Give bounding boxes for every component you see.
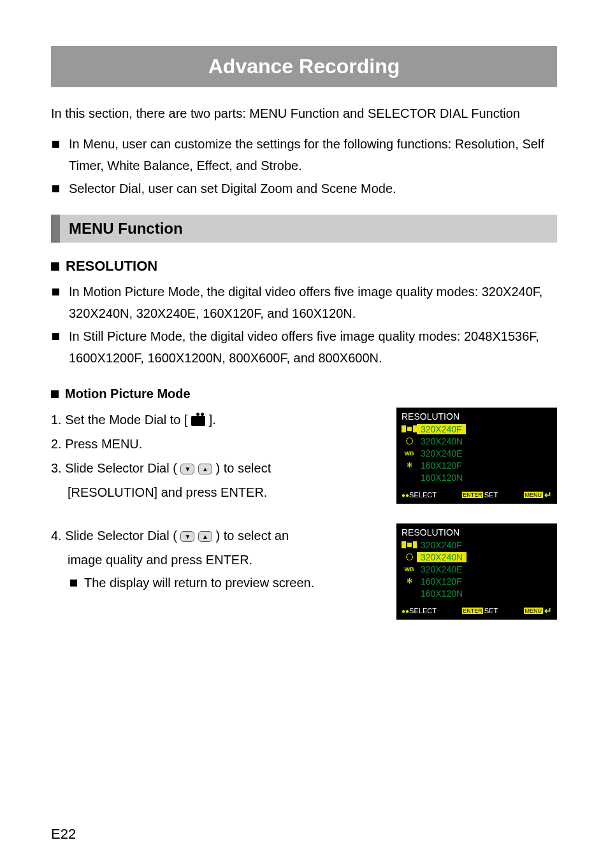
grid-icon <box>402 425 417 432</box>
ui1-row-3: ✻ 160X120F <box>399 459 554 471</box>
step-4c: image quality and press ENTER. <box>51 548 371 572</box>
ui-screenshot-1: RESOLUTION 320X240F 320X240N WB 320X240E… <box>396 408 557 504</box>
ui2-row-0-label: 320X240F <box>417 540 462 550</box>
page-number: E22 <box>51 826 76 843</box>
ui2-row-2: WB 320X240E <box>399 563 554 575</box>
step-4b: ) to select an <box>216 529 289 543</box>
ui2-row-4-label: 160X120N <box>417 588 463 599</box>
step-1a: 1. Set the Mode Dial to [ <box>51 413 191 427</box>
step-3: 3. Slide Selector Dial ( ▼ ▲ ) to select… <box>51 456 371 504</box>
timer-icon <box>402 438 417 445</box>
up-arrow-icon: ▲ <box>198 531 212 542</box>
intro-text: In this section, there are two parts: ME… <box>51 103 557 124</box>
ui2-row-0: 320X240F <box>399 539 554 551</box>
main-title: Advance Recording <box>51 46 557 87</box>
step-2: 2. Press MENU. <box>51 432 371 456</box>
intro-bullet-list: In Menu, user can customize the settings… <box>51 133 557 199</box>
ui1-row-2: WB 320X240E <box>399 447 554 459</box>
step-1: 1. Set the Mode Dial to [ ]. <box>51 408 371 432</box>
ui1-set: SET <box>484 491 498 499</box>
motion-picture-heading-text: Motion Picture Mode <box>65 387 191 401</box>
step-3b: ) to select <box>216 461 271 475</box>
ui2-row-3: ✻ 160X120F <box>399 575 554 587</box>
ui2-row-1-label: 320X240N <box>417 552 467 562</box>
ui2-body: 320X240F 320X240N WB 320X240E ✻ 160X120F… <box>399 537 554 604</box>
wb-icon: WB <box>402 566 417 573</box>
resolution-bullet-2: In Still Picture Mode, the digital video… <box>51 325 557 369</box>
steps-list-2: 4. Slide Selector Dial ( ▼ ▲ ) to select… <box>51 523 371 594</box>
steps-list-1: 1. Set the Mode Dial to [ ]. 2. Press ME… <box>51 408 371 504</box>
effect-icon: ✻ <box>402 461 417 469</box>
mode-dial-icon <box>191 416 205 426</box>
effect-icon: ✻ <box>402 577 417 585</box>
ui2-footer: ●●SELECT ENTERSET MENU ↵ <box>399 604 554 617</box>
step-3a: 3. Slide Selector Dial ( <box>51 461 180 475</box>
down-arrow-icon: ▼ <box>180 531 194 542</box>
ui2-row-3-label: 160X120F <box>417 576 462 587</box>
ui1-set-prefix: ENTER <box>462 492 483 498</box>
ui2-set: SET <box>484 607 498 615</box>
ui1-row-4-label: 160X120N <box>417 473 463 483</box>
square-bullet-icon <box>51 390 59 398</box>
ui1-title: RESOLUTION <box>399 410 554 422</box>
resolution-heading: RESOLUTION <box>51 258 557 274</box>
steps-block-2: 4. Slide Selector Dial ( ▼ ▲ ) to select… <box>51 523 557 620</box>
ui1-row-2-label: 320X240E <box>417 448 462 459</box>
motion-picture-heading: Motion Picture Mode <box>51 387 557 401</box>
ui2-sel-prefix: ●● <box>402 608 409 615</box>
ui1-sel-prefix: ●● <box>402 492 409 499</box>
ui1-select: SELECT <box>409 491 437 499</box>
ui2-title: RESOLUTION <box>399 526 554 537</box>
ui2-select: SELECT <box>409 607 437 615</box>
up-arrow-icon: ▲ <box>198 464 212 474</box>
grid-icon <box>402 541 417 548</box>
ui2-row-4: 160X120N <box>399 587 554 599</box>
ui1-row-0: 320X240F <box>399 423 554 435</box>
step-3c: [RESOLUTION] and press ENTER. <box>51 480 371 504</box>
resolution-heading-text: RESOLUTION <box>66 258 157 274</box>
down-arrow-icon: ▼ <box>180 464 194 474</box>
ui1-row-1-label: 320X240N <box>417 436 463 446</box>
ui1-row-0-label: 320X240F <box>417 424 466 434</box>
step-4: 4. Slide Selector Dial ( ▼ ▲ ) to select… <box>51 523 371 594</box>
step-4d: The display will return to preview scree… <box>51 572 371 594</box>
ui2-row-2-label: 320X240E <box>417 564 462 574</box>
step-1b: ]. <box>209 413 216 427</box>
ui1-row-3-label: 160X120F <box>417 460 462 471</box>
ui1-footer: ●●SELECT ENTERSET MENU ↵ <box>399 488 554 501</box>
resolution-bullet-list: In Motion Picture Mode, the digital vide… <box>51 281 557 369</box>
return-arrow-icon: ↵ <box>544 606 552 616</box>
ui2-row-1: 320X240N <box>399 551 554 563</box>
steps-block-1: 1. Set the Mode Dial to [ ]. 2. Press ME… <box>51 408 557 504</box>
wb-icon: WB <box>402 450 417 457</box>
square-bullet-icon <box>51 262 59 271</box>
ui1-row-1: 320X240N <box>399 435 554 447</box>
ui1-row-4: 160X120N <box>399 471 554 483</box>
intro-bullet-2: Selector Dial, user can set Digital Zoom… <box>51 178 557 199</box>
menu-function-heading: MENU Function <box>51 215 557 243</box>
ui-screenshot-2: RESOLUTION 320X240F 320X240N WB 320X240E… <box>396 523 557 620</box>
ui2-menu: MENU <box>524 608 544 614</box>
intro-bullet-1: In Menu, user can customize the settings… <box>51 133 557 176</box>
step-4a: 4. Slide Selector Dial ( <box>51 529 180 543</box>
ui1-menu: MENU <box>524 492 544 498</box>
ui2-set-prefix: ENTER <box>462 608 483 614</box>
return-arrow-icon: ↵ <box>544 490 552 500</box>
ui1-body: 320X240F 320X240N WB 320X240E ✻ 160X120F… <box>399 422 554 488</box>
resolution-bullet-1: In Motion Picture Mode, the digital vide… <box>51 281 557 324</box>
timer-icon <box>402 553 417 560</box>
